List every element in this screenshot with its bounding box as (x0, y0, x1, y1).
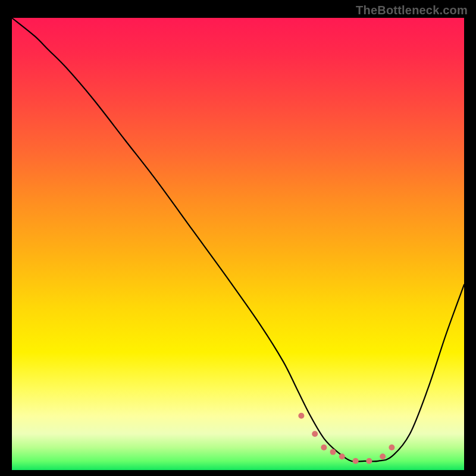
valley-dot (353, 458, 359, 464)
plot-area (12, 18, 464, 470)
bottleneck-curve (12, 18, 464, 462)
valley-dot (321, 444, 327, 450)
chart-root: TheBottleneck.com (0, 0, 476, 476)
valley-dot (330, 449, 336, 455)
valley-dot (366, 458, 372, 464)
watermark-text: TheBottleneck.com (356, 4, 468, 17)
valley-dot (339, 453, 345, 459)
valley-dot (389, 444, 394, 450)
valley-dot (298, 413, 304, 419)
valley-dot (380, 453, 386, 459)
curve-svg (12, 18, 464, 470)
valley-dot (312, 431, 318, 437)
